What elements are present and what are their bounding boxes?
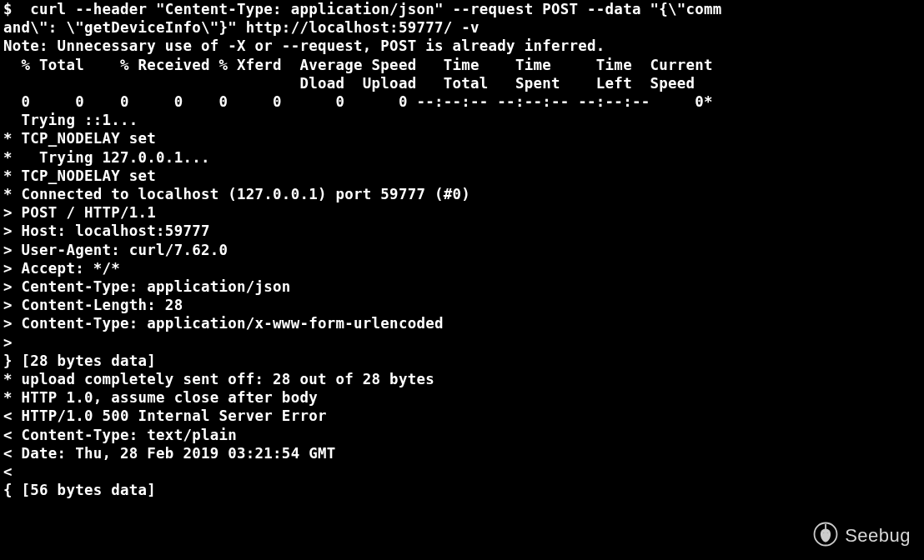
svg-point-2	[826, 532, 828, 533]
seebug-logo-icon	[813, 522, 838, 550]
terminal-output[interactable]: $ curl --header "Centent-Type: applicati…	[0, 0, 924, 499]
svg-point-1	[823, 532, 825, 533]
seebug-watermark-label: Seebug	[845, 527, 911, 545]
seebug-watermark: Seebug	[813, 522, 911, 550]
